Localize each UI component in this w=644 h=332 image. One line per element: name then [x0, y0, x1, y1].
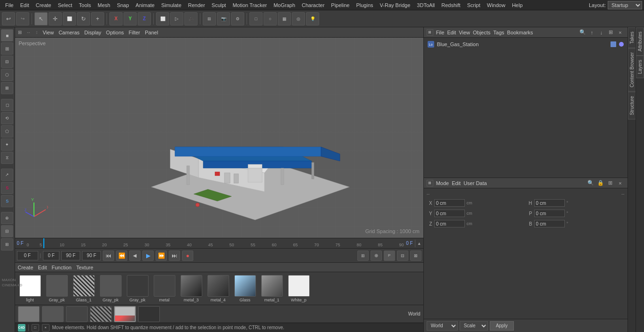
- current-frame-input[interactable]: [43, 251, 59, 260]
- obj-menu-file[interactable]: File: [436, 30, 445, 35]
- menu-create[interactable]: Create: [33, 1, 55, 9]
- attr-search-icon[interactable]: 🔍: [586, 179, 595, 187]
- mat-menu-function[interactable]: Function: [52, 265, 72, 270]
- uv-mode-button[interactable]: ⊠: [1, 82, 13, 94]
- obj-menu-bookmarks[interactable]: Bookmarks: [507, 30, 533, 35]
- b-rotation-input[interactable]: [534, 220, 565, 227]
- select-tool-button[interactable]: ↖: [34, 12, 48, 25]
- objects-search-icon[interactable]: 🔍: [578, 28, 587, 37]
- material-glass-2[interactable]: Glass: [233, 275, 257, 302]
- transform-tool-button[interactable]: +: [91, 12, 104, 25]
- side-tab-takes[interactable]: Takes: [628, 27, 636, 48]
- menu-character[interactable]: Character: [298, 1, 328, 9]
- rotate-tool-button[interactable]: ↻: [77, 12, 90, 25]
- p-rotation-input[interactable]: [534, 210, 565, 217]
- prev-frame-button[interactable]: ⏪: [116, 251, 127, 261]
- timeline-ruler[interactable]: 0 5 10 15 20 25 30 35 40 45 50 55 60 65 …: [25, 238, 404, 248]
- play-button[interactable]: ▶: [142, 251, 154, 261]
- vp-menu-options[interactable]: Options: [106, 30, 124, 35]
- left-tool-7[interactable]: S: [1, 182, 13, 194]
- undo-button[interactable]: ↩: [2, 12, 15, 25]
- timeline-frame-label[interactable]: 0 F: [17, 241, 24, 246]
- left-tool-4[interactable]: ✦: [1, 138, 13, 151]
- menu-window[interactable]: Window: [484, 1, 509, 9]
- x-position-input[interactable]: [434, 199, 465, 207]
- scale-tool-button[interactable]: ⬜: [63, 12, 76, 25]
- objects-arrow-up[interactable]: ↑: [588, 28, 596, 37]
- menu-edit[interactable]: Edit: [17, 1, 33, 9]
- menu-vray-bridge[interactable]: V-Ray Bridge: [377, 1, 414, 9]
- settings-button[interactable]: ⊟: [397, 251, 408, 261]
- left-tool-5[interactable]: ⧖: [1, 152, 13, 164]
- menu-sculpt[interactable]: Sculpt: [208, 1, 230, 9]
- material-extra-selected[interactable]: [114, 306, 136, 322]
- render-region-button[interactable]: ⊞: [203, 12, 216, 25]
- viewport-3d[interactable]: Perspective: [15, 38, 423, 238]
- menu-tools[interactable]: Tools: [75, 1, 94, 9]
- material-glass-1[interactable]: Glass_1: [72, 275, 96, 302]
- light-button[interactable]: 💡: [306, 12, 319, 25]
- floor-button[interactable]: □: [249, 12, 263, 25]
- render-picture-viewer-button[interactable]: 📷: [217, 12, 230, 25]
- keyframe-button[interactable]: P: [384, 251, 395, 261]
- obj-menu-tags[interactable]: Tags: [493, 30, 504, 35]
- next-frame-button[interactable]: ⏩: [156, 251, 167, 261]
- h-rotation-input[interactable]: [534, 199, 565, 207]
- close-status-icon[interactable]: ×: [42, 324, 50, 332]
- menu-mesh[interactable]: Mesh: [94, 1, 114, 9]
- obj-menu-view[interactable]: View: [459, 30, 470, 35]
- attr-menu-user-data[interactable]: User Data: [463, 180, 487, 186]
- environment-button[interactable]: ◎: [292, 12, 305, 25]
- autokey-button[interactable]: ⊕: [371, 251, 382, 261]
- material-extra-3[interactable]: [66, 306, 88, 322]
- move-tool-button[interactable]: ✛: [49, 12, 62, 25]
- menu-help[interactable]: Help: [509, 1, 526, 9]
- key-mode-button[interactable]: ⊠: [410, 251, 421, 261]
- end-frame-input2[interactable]: [82, 251, 101, 260]
- menu-render[interactable]: Render: [185, 1, 208, 9]
- obj-menu-objects[interactable]: Objects: [473, 30, 490, 35]
- menu-pipeline[interactable]: Pipeline: [328, 1, 353, 9]
- viewport-arrow-v[interactable]: ↕: [36, 30, 38, 35]
- menu-file[interactable]: File: [2, 1, 17, 9]
- model-mode-button[interactable]: ■: [1, 29, 13, 41]
- menu-script[interactable]: Script: [464, 1, 484, 9]
- mat-menu-create[interactable]: Create: [18, 265, 33, 270]
- record-button[interactable]: ●: [182, 251, 193, 261]
- edge-mode-button[interactable]: ⊟: [1, 56, 13, 68]
- objects-arrow-down[interactable]: ↓: [597, 28, 606, 37]
- attr-menu-mode[interactable]: Mode: [436, 180, 449, 186]
- menu-motion-tracker[interactable]: Motion Tracker: [229, 1, 270, 9]
- material-extra-1[interactable]: [18, 306, 40, 322]
- redo-button[interactable]: ↪: [16, 12, 29, 25]
- menu-snap[interactable]: Snap: [114, 1, 132, 9]
- obj-menu-edit[interactable]: Edit: [447, 30, 456, 35]
- go-end-button[interactable]: ⏭: [169, 251, 180, 261]
- end-frame-input1[interactable]: [61, 251, 80, 260]
- scale-dropdown[interactable]: Scale Move Rotate: [460, 321, 488, 331]
- material-gray-pk1[interactable]: Gray_pk: [45, 275, 69, 302]
- sky-button[interactable]: ○: [264, 12, 277, 25]
- material-metal-4[interactable]: metal_4: [206, 275, 231, 302]
- left-tool-9[interactable]: ⊕: [1, 212, 13, 224]
- menu-3dtoall[interactable]: 3DToAll: [413, 1, 438, 9]
- vp-menu-view[interactable]: View: [43, 30, 54, 35]
- attr-menu-edit[interactable]: Edit: [452, 180, 461, 186]
- vp-menu-cameras[interactable]: Cameras: [58, 30, 80, 35]
- mat-menu-edit[interactable]: Edit: [38, 265, 47, 270]
- material-metal-3[interactable]: metal_3: [179, 275, 204, 302]
- timeline-expand-btn[interactable]: ▲: [417, 241, 421, 246]
- x-axis-button[interactable]: X: [109, 12, 123, 25]
- left-tool-6[interactable]: ↗: [1, 169, 13, 181]
- attributes-panel-icon[interactable]: ⊞: [427, 180, 433, 186]
- z-axis-button[interactable]: Z: [138, 12, 151, 25]
- z-position-input[interactable]: [434, 220, 465, 227]
- side-tab-structure[interactable]: Structure: [628, 92, 636, 120]
- menu-simulate[interactable]: Simulate: [158, 1, 185, 9]
- material-extra-2[interactable]: [42, 306, 64, 322]
- viewport-expand-icon[interactable]: ⊞: [18, 30, 22, 35]
- side-tab-content-browser[interactable]: Content Browser: [628, 48, 636, 91]
- left-tool-8[interactable]: S: [1, 195, 13, 207]
- render-settings-button[interactable]: ⚙: [231, 12, 244, 25]
- play-reverse-button[interactable]: ◀: [129, 251, 140, 261]
